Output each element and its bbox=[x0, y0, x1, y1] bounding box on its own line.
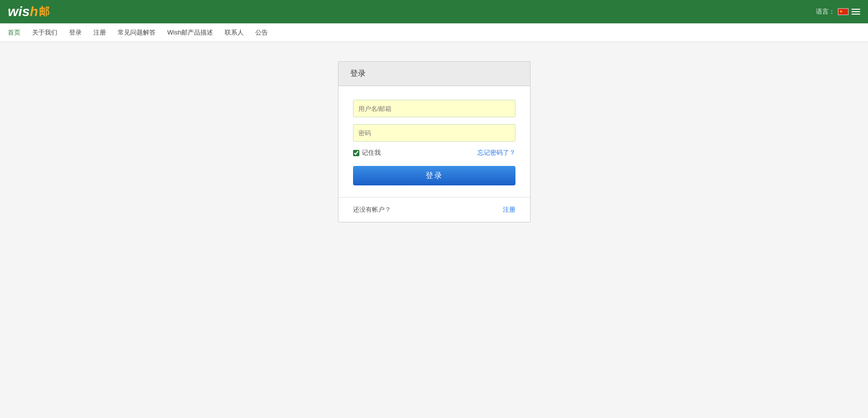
register-link[interactable]: 注册 bbox=[503, 205, 515, 214]
login-card-footer: 还没有帐户？ 注册 bbox=[338, 197, 530, 222]
username-group bbox=[353, 100, 515, 117]
forgot-password-link[interactable]: 忘记密码了？ bbox=[478, 148, 515, 157]
lang-label: 语言： bbox=[816, 7, 835, 16]
password-input[interactable] bbox=[353, 124, 515, 142]
nav-home[interactable]: 首页 bbox=[8, 28, 20, 37]
header: wish 邮 语言： bbox=[0, 0, 868, 23]
lang-area: 语言： bbox=[816, 7, 860, 16]
logo-post: 邮 bbox=[39, 4, 50, 19]
logo-area: wish 邮 bbox=[8, 4, 50, 19]
password-group bbox=[353, 124, 515, 142]
nav-about[interactable]: 关于我们 bbox=[32, 28, 57, 37]
china-flag-icon[interactable] bbox=[838, 8, 849, 15]
nav-products[interactable]: Wish邮产品描述 bbox=[167, 28, 213, 37]
remember-row: 记住我 忘记密码了？ bbox=[353, 148, 515, 157]
navbar: 首页 关于我们 登录 注册 常见问题解答 Wish邮产品描述 联系人 公告 bbox=[0, 23, 868, 42]
remember-me-checkbox[interactable] bbox=[353, 150, 359, 156]
nav-register[interactable]: 注册 bbox=[93, 28, 106, 37]
remember-me-label[interactable]: 记住我 bbox=[353, 148, 381, 157]
username-input[interactable] bbox=[353, 100, 515, 117]
login-button[interactable]: 登录 bbox=[353, 166, 515, 185]
login-card-body: 记住我 忘记密码了？ 登录 bbox=[338, 86, 530, 197]
logo-wish[interactable]: wish bbox=[8, 4, 38, 19]
login-card-header: 登录 bbox=[338, 62, 530, 86]
nav-notice[interactable]: 公告 bbox=[255, 28, 268, 37]
nav-login[interactable]: 登录 bbox=[69, 28, 82, 37]
login-card: 登录 记住我 忘记密码了？ 登录 还没有帐户？ 注册 bbox=[338, 61, 531, 222]
main-content: 登录 记住我 忘记密码了？ 登录 还没有帐户？ 注册 bbox=[0, 42, 868, 418]
language-menu-icon[interactable] bbox=[851, 9, 860, 15]
remember-me-text: 记住我 bbox=[362, 148, 381, 157]
nav-faq[interactable]: 常见问题解答 bbox=[118, 28, 156, 37]
login-title: 登录 bbox=[350, 69, 366, 77]
no-account-text: 还没有帐户？ bbox=[353, 205, 391, 214]
nav-contact[interactable]: 联系人 bbox=[225, 28, 244, 37]
